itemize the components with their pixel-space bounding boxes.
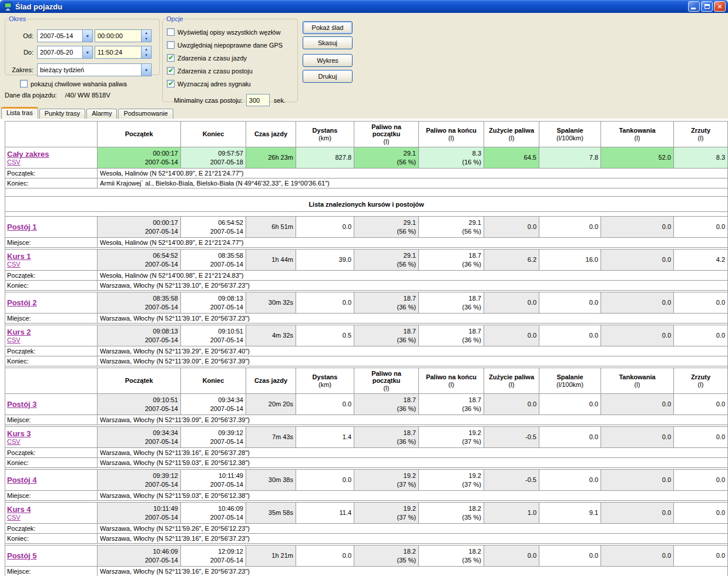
header-cell: Zrzuty(l) [674, 368, 728, 394]
show-trace-button[interactable]: Pokaż ślad [303, 21, 353, 34]
address-row: Miejsce:Warszawa, Włochy (N 52°11'39.16"… [5, 567, 728, 576]
from-time-spinner[interactable]: ▲▼ [141, 30, 151, 42]
data-cell: 827.8 [296, 147, 354, 169]
data-cell: 0.0 [674, 292, 728, 314]
data-cell: 0.0 [601, 470, 674, 491]
to-time-input[interactable]: 11:50:24 ▲▼ [95, 46, 152, 59]
data-cell: 16.0 [539, 250, 601, 271]
entry-link[interactable]: Kurs 2 [7, 328, 31, 336]
csv-link[interactable]: CSV [7, 514, 21, 521]
entry-name-cell: Postój 5 [5, 545, 98, 567]
address-row: Miejsce:Warszawa, Włochy (N 52°11'39.10"… [5, 314, 728, 324]
entry-link[interactable]: Postój 4 [7, 476, 37, 484]
table-row: Postój 510:46:09 2007-05-1412:09:12 2007… [5, 545, 728, 567]
entry-name-cell: Cały zakresCSV [5, 147, 98, 169]
to-time-spinner[interactable]: ▲▼ [141, 46, 151, 58]
option-label: Wyznaczaj adres sygnału [177, 80, 251, 87]
entry-link[interactable]: Postój 3 [7, 400, 37, 409]
data-cell: 0.0 [484, 394, 539, 415]
fuel-variation-checkbox[interactable] [20, 80, 28, 87]
chart-button[interactable]: Wykres [303, 54, 353, 67]
csv-link[interactable]: CSV [7, 261, 21, 268]
data-cell: 29.1 (56 %) [354, 250, 419, 271]
address-label: Miejsce: [5, 314, 98, 324]
entry-link[interactable]: Postój 5 [7, 551, 37, 560]
data-cell: 18.2 (35 %) [419, 503, 484, 524]
option-checkbox-2[interactable] [167, 54, 175, 62]
address-value: Wesoła, Halinów (N 52°14'00.89", E 21°21… [98, 169, 728, 178]
tab-alarmy[interactable]: Alarmy [86, 109, 117, 119]
data-cell: 0.0 [296, 292, 354, 314]
print-button[interactable]: Drukuj [303, 70, 353, 83]
chevron-down-icon[interactable]: ▼ [82, 46, 92, 58]
data-cell: 4m 32s [246, 325, 296, 346]
csv-link[interactable]: CSV [7, 336, 21, 343]
data-cell: 00:00:17 2007-05-14 [98, 147, 181, 169]
address-value: Wesoła, Halinów (N 52°14'00.98", E 21°21… [98, 271, 728, 281]
min-stop-input[interactable]: 300 [246, 94, 270, 106]
data-cell: 20m 20s [246, 394, 296, 415]
option-label: Zdarzenia z czasu postoju [177, 68, 253, 75]
close-button[interactable]: ✕ [714, 1, 726, 12]
header-cell: Koniec [181, 122, 246, 147]
data-cell: 1h 44m [246, 250, 296, 271]
data-cell: 0.0 [539, 394, 601, 415]
entry-name-cell: Postój 1 [5, 217, 98, 238]
chevron-down-icon[interactable]: ▼ [141, 64, 151, 76]
entry-link[interactable]: Kurs 4 [7, 505, 31, 514]
data-cell: 29.1 (56 %) [354, 147, 419, 169]
csv-link[interactable]: CSV [7, 159, 21, 166]
entry-link[interactable]: Postój 1 [7, 223, 37, 231]
csv-link[interactable]: CSV [7, 438, 21, 445]
data-cell: 18.7 (36 %) [419, 292, 484, 314]
entry-name-cell: Kurs 3CSV [5, 427, 98, 448]
header-corner-cell [5, 122, 98, 147]
to-date-select[interactable]: 2007-05-20 ▼ [37, 46, 93, 59]
header-cell: Czas jazdy [246, 122, 296, 147]
from-date-select[interactable]: 2007-05-14 ▼ [37, 29, 93, 42]
table-row: Cały zakresCSV00:00:17 2007-05-1409:57:5… [5, 147, 728, 169]
maximize-button[interactable] [701, 1, 713, 12]
titlebar[interactable]: Ślad pojazdu ✕ [0, 0, 728, 13]
option-checkbox-3[interactable] [167, 67, 175, 75]
data-cell: 0.0 [601, 427, 674, 448]
range-select[interactable]: bieżący tydzień ▼ [37, 63, 152, 76]
from-time-input[interactable]: 00:00:00 ▲▼ [95, 29, 152, 42]
data-cell: 0.0 [484, 325, 539, 346]
data-cell: 0.0 [539, 427, 601, 448]
minimize-button[interactable] [688, 1, 700, 12]
min-stop-label: Minimalny czas postoju: [174, 97, 243, 104]
data-cell: 18.7 (36 %) [354, 325, 419, 346]
data-cell: 4.2 [674, 250, 728, 271]
tab-punkty-trasy[interactable]: Punkty trasy [39, 109, 86, 119]
address-label: Koniec: [5, 178, 98, 188]
data-cell: 0.0 [296, 217, 354, 238]
entry-link[interactable]: Kurs 1 [7, 252, 31, 261]
address-value: Wesoła, Halinów (N 52°14'00.89", E 21°21… [98, 238, 728, 248]
data-cell: 35m 58s [246, 503, 296, 524]
data-cell: 0.0 [484, 545, 539, 567]
tab-content: PoczątekKoniecCzas jazdyDystans(km)Paliw… [0, 119, 728, 576]
option-checkbox-1[interactable] [167, 41, 175, 49]
data-cell: 52.0 [601, 147, 674, 169]
address-row: Miejsce:Warszawa, Włochy (N 52°11'59.03"… [5, 491, 728, 501]
clear-button[interactable]: Skasuj [303, 36, 353, 49]
entry-link[interactable]: Cały zakres [7, 150, 49, 159]
address-label: Miejsce: [5, 415, 98, 425]
option-checkbox-0[interactable] [167, 28, 175, 36]
chevron-down-icon[interactable]: ▼ [82, 30, 92, 42]
option-checkbox-4[interactable] [167, 80, 175, 87]
tab-podsumowanie[interactable]: Podsumowanie [118, 109, 173, 119]
address-row: Początek:Warszawa, Włochy (N 52°11'39.16… [5, 448, 728, 458]
data-cell: 09:57:57 2007-05-18 [181, 147, 246, 169]
data-cell: 10:46:09 2007-05-14 [98, 545, 181, 567]
data-cell: 1.4 [296, 427, 354, 448]
header-cell: Tankowania(l) [601, 368, 674, 394]
tab-lista-tras[interactable]: Lista tras [1, 107, 38, 119]
entry-link[interactable]: Kurs 3 [7, 429, 31, 438]
header-cell: Dystans(km) [296, 368, 354, 394]
data-cell: 9.1 [539, 503, 601, 524]
table-header-row: PoczątekKoniecCzas jazdyDystans(km)Paliw… [5, 368, 728, 394]
address-value: Warszawa, Włochy (N 52°11'39.16", E 20°5… [98, 534, 728, 544]
entry-link[interactable]: Postój 2 [7, 298, 37, 307]
